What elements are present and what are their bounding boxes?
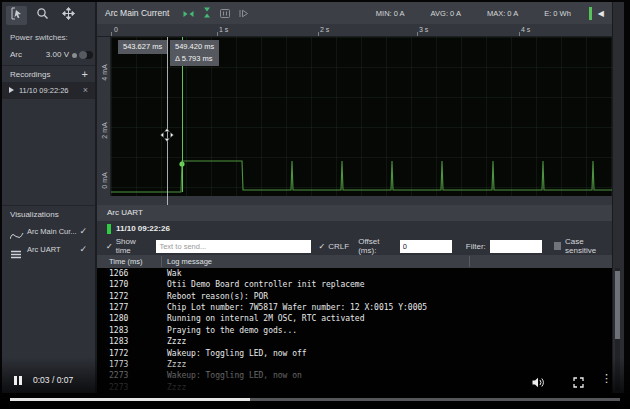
uart-header: Arc UART	[97, 205, 612, 221]
viz-item-main-current[interactable]: Arc Main Cur... ✓	[2, 223, 95, 240]
volume-button[interactable]	[532, 374, 545, 392]
column-divider[interactable]	[469, 256, 470, 267]
visualizations-header: Visualizations	[2, 207, 95, 223]
video-progress-bar[interactable]	[10, 398, 620, 401]
log-row: 1270Otii Demo Board controller init repl…	[97, 279, 612, 290]
arc-voltage-value: 3.00 V	[46, 50, 69, 59]
list-icon	[10, 245, 22, 263]
log-row: 1283Praying to the demo gods...	[97, 325, 612, 336]
progress-played	[10, 398, 250, 401]
toggle-knob	[79, 51, 87, 59]
player-controls: 0:03 / 0:07 ⋮	[0, 369, 630, 409]
measure-cursor-1[interactable]	[167, 37, 168, 205]
divider	[2, 205, 95, 206]
log-row: 1772Wakeup: Toggling LED, now off	[97, 348, 612, 359]
log-row: 1280Running on internal 2M OSC, RTC acti…	[97, 313, 612, 324]
offset-label: Offset (ms):	[358, 237, 396, 255]
recordings-label: Recordings	[10, 70, 50, 79]
scrollbar-thumb[interactable]	[615, 271, 620, 339]
recording-item[interactable]: 11/10 09:22:26 ×	[2, 82, 95, 99]
viz-item-uart[interactable]: Arc UART ✓	[2, 241, 95, 258]
magnifier-icon	[36, 6, 49, 24]
move-cursor-icon	[160, 128, 174, 146]
divider	[2, 65, 95, 66]
delete-recording-icon[interactable]: ×	[83, 85, 88, 95]
recording-active-indicator	[107, 224, 111, 234]
column-divider[interactable]	[161, 256, 162, 267]
log-row: 1283Zzzz	[97, 336, 612, 347]
fullscreen-icon	[573, 377, 584, 388]
viz-uart-label: Arc UART	[27, 245, 61, 254]
add-recording-button[interactable]: +	[82, 68, 88, 80]
video-frame: Power switches: Arc 3.00 V Recordings + …	[0, 0, 630, 409]
case-sensitive-checkbox[interactable]	[554, 242, 561, 250]
col-message-header: Log message	[167, 257, 212, 266]
speaker-icon	[532, 377, 545, 388]
voltage-settings-icon[interactable]	[72, 53, 77, 58]
pause-icon	[14, 376, 17, 385]
sidebar: Power switches: Arc 3.00 V Recordings + …	[2, 2, 97, 393]
crlf-checkbox[interactable]: ✓	[319, 242, 326, 251]
case-sensitive-label: Case sensitive	[565, 237, 612, 255]
uart-toolbar: ✓ Show time ✓ CRLF Offset (ms): Filter: …	[97, 237, 612, 255]
sidebar-toolbar	[2, 2, 95, 28]
arc-device-label: Arc	[10, 50, 22, 59]
col-time-header: Time (ms)	[109, 257, 142, 266]
recording-item-label: 11/10 09:22:26	[19, 86, 69, 95]
filter-label: Filter:	[466, 242, 486, 251]
log-table-header: Time (ms) Log message	[97, 255, 612, 268]
expand-recording-icon[interactable]	[9, 87, 14, 93]
show-time-checkbox[interactable]: ✓	[106, 242, 113, 251]
show-time-label: Show time	[116, 237, 150, 255]
player-time: 0:03 / 0:07	[33, 375, 73, 385]
visible-check-icon[interactable]: ✓	[79, 244, 87, 254]
cursor2-tooltip: 549.420 ms Δ 5.793 ms	[170, 40, 219, 66]
uart-panel: Arc UART 11/10 09:22:26 ✓ Show time ✓ CR…	[97, 205, 612, 393]
uart-tab-label: 11/10 09:22:26	[116, 224, 170, 233]
cursor2-time: 549.420 ms	[175, 41, 214, 53]
more-options-button[interactable]: ⋮	[601, 372, 612, 385]
main-current-chart-panel: Arc Main Current MIN: 0	[97, 2, 612, 205]
visualizations-label: Visualizations	[10, 210, 59, 219]
pan-move-icon	[62, 6, 75, 24]
fullscreen-button[interactable]	[573, 374, 584, 392]
crlf-label: CRLF	[328, 242, 349, 251]
current-waveform	[97, 2, 612, 205]
otii-app-window: Power switches: Arc 3.00 V Recordings + …	[2, 2, 624, 393]
log-row: 1277Chip Lot number: 7W5817 Wafer number…	[97, 302, 612, 313]
viz-main-current-label: Arc Main Cur...	[27, 227, 77, 236]
pause-button[interactable]	[14, 376, 22, 385]
pan-tool-button[interactable]	[58, 6, 79, 25]
cursor1-tooltip: 543.627 ms	[118, 40, 167, 54]
visible-check-icon[interactable]: ✓	[79, 226, 87, 236]
pause-icon	[19, 376, 22, 385]
cursor1-time: 543.627 ms	[123, 42, 162, 51]
log-row: 1266Wak	[97, 268, 612, 279]
select-tool-icon	[10, 6, 23, 24]
cursor-delta: Δ 5.793 ms	[175, 53, 214, 65]
arc-power-toggle[interactable]	[79, 51, 93, 59]
select-tool-button[interactable]	[6, 6, 27, 25]
uart-title: Arc UART	[107, 208, 143, 217]
filter-input[interactable]	[490, 240, 542, 253]
log-row: 1272Reboot reason(s): POR	[97, 291, 612, 302]
power-switch-row-arc: Arc 3.00 V	[2, 46, 95, 64]
recordings-header: Recordings +	[2, 67, 95, 83]
zoom-tool-button[interactable]	[32, 6, 53, 25]
uart-recording-tab[interactable]: 11/10 09:22:26	[97, 221, 612, 237]
power-switches-label: Power switches:	[10, 33, 68, 42]
send-text-input[interactable]	[156, 240, 310, 253]
offset-input[interactable]	[400, 240, 452, 253]
